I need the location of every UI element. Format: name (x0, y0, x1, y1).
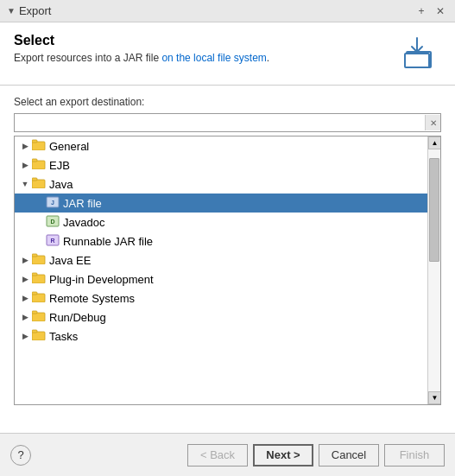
expand-icon[interactable]: ▼ (18, 177, 32, 191)
svg-rect-7 (32, 180, 45, 188)
scrollbar: ▲ ▼ (427, 136, 440, 404)
tree-item-label: Java (49, 178, 73, 191)
footer-buttons: < Back Next > Cancel Finish (187, 444, 445, 466)
bottom-spacer (0, 416, 455, 433)
svg-text:J: J (51, 200, 54, 206)
tree-item-label: Run/Debug (49, 311, 106, 324)
svg-rect-20 (32, 292, 37, 295)
tree-item-tasks[interactable]: ▶ Tasks (15, 327, 427, 346)
folder-icon (32, 139, 46, 153)
tree-item-general[interactable]: ▶ General (15, 136, 427, 155)
tree-list: ▶ General▶ EJB▼ Java J JAR file D Javado… (15, 136, 427, 404)
header-icon (400, 33, 441, 74)
scroll-down-button[interactable]: ▼ (428, 391, 441, 404)
tree-wrapper: ▶ General▶ EJB▼ Java J JAR file D Javado… (14, 136, 441, 405)
expand-icon[interactable]: ▶ (18, 139, 32, 153)
dialog-description: Export resources into a JAR file on the … (14, 52, 269, 64)
dialog-footer: ? < Back Next > Cancel Finish (0, 433, 455, 476)
tree-item-javadoc[interactable]: D Javadoc (15, 213, 427, 232)
folder-icon (32, 310, 46, 324)
folder-icon (32, 291, 46, 305)
export-icon (403, 36, 438, 71)
header-text: Select Export resources into a JAR file … (14, 33, 269, 64)
titlebar-title: Export (19, 4, 52, 17)
back-button[interactable]: < Back (187, 444, 248, 466)
scroll-up-button[interactable]: ▲ (428, 136, 441, 149)
titlebar-plus-button[interactable]: + (414, 3, 429, 19)
svg-rect-22 (32, 311, 37, 314)
titlebar-close-button[interactable]: ✕ (433, 3, 448, 19)
tree-item-ejb[interactable]: ▶ EJB (15, 155, 427, 175)
expand-icon[interactable]: ▶ (18, 158, 32, 172)
search-clear-button[interactable]: ✕ (425, 115, 440, 130)
cancel-button[interactable]: Cancel (319, 444, 379, 466)
tree-item-label: Tasks (49, 330, 78, 343)
scrollbar-track[interactable] (428, 149, 440, 391)
titlebar-controls: + ✕ (414, 3, 448, 19)
tree-item-run-debug[interactable]: ▶ Run/Debug (15, 308, 427, 327)
next-button[interactable]: Next > (253, 444, 313, 466)
expand-icon[interactable]: ▶ (18, 253, 32, 267)
dialog-heading: Select (14, 33, 269, 48)
svg-rect-5 (32, 161, 45, 169)
main-content: Select an export destination: ✕ ▶ Genera… (0, 86, 455, 416)
titlebar-arrow-icon: ▼ (7, 6, 16, 16)
svg-rect-4 (32, 140, 37, 143)
svg-rect-1 (405, 54, 429, 67)
dialog-header: Select Export resources into a JAR file … (0, 22, 455, 86)
expand-icon[interactable]: ▶ (18, 272, 32, 286)
expand-icon[interactable]: ▶ (18, 291, 32, 305)
tree-item-label: Remote Systems (49, 292, 135, 305)
tree-item-label: Java EE (49, 254, 91, 267)
tree-item-runnable-jar[interactable]: R Runnable JAR file (15, 232, 427, 251)
tree-item-remote-systems[interactable]: ▶ Remote Systems (15, 289, 427, 308)
svg-rect-19 (32, 294, 45, 302)
svg-text:D: D (50, 219, 54, 225)
svg-rect-6 (32, 159, 37, 162)
expand-icon[interactable]: ▶ (18, 310, 32, 324)
folder-icon (32, 272, 46, 286)
description-suffix: . (267, 52, 269, 64)
search-box: ✕ (14, 113, 441, 132)
titlebar: ▼ Export + ✕ (0, 0, 455, 22)
tree-item-label: Plug-in Development (49, 273, 154, 286)
footer-left: ? (10, 445, 31, 466)
folder-icon (32, 253, 46, 267)
tree-item-plugin-dev[interactable]: ▶ Plug-in Development (15, 270, 427, 289)
tree-item-label: Javadoc (63, 216, 104, 229)
svg-rect-21 (32, 313, 45, 321)
help-button[interactable]: ? (10, 445, 31, 466)
folder-icon (32, 177, 46, 191)
svg-rect-18 (32, 273, 37, 276)
svg-rect-24 (32, 330, 37, 333)
runnable-jar-icon: R (46, 234, 60, 249)
svg-text:R: R (50, 238, 54, 244)
description-prefix: Export resources into a JAR file (14, 52, 161, 64)
tree-item-label: EJB (49, 159, 70, 172)
expand-icon[interactable]: ▶ (18, 329, 32, 343)
destination-label: Select an export destination: (14, 96, 441, 108)
titlebar-left: ▼ Export (7, 4, 51, 17)
svg-rect-17 (32, 275, 45, 283)
svg-rect-15 (32, 256, 45, 264)
svg-rect-23 (32, 332, 45, 340)
scrollbar-thumb[interactable] (429, 158, 439, 262)
jar-icon: J (46, 196, 60, 211)
tree-item-label: Runnable JAR file (63, 235, 153, 248)
finish-button[interactable]: Finish (384, 444, 445, 466)
folder-icon (32, 329, 46, 343)
tree-item-label: General (49, 140, 89, 153)
svg-rect-3 (32, 142, 45, 150)
javadoc-icon: D (46, 215, 60, 230)
svg-rect-8 (32, 178, 37, 181)
tree-item-label: JAR file (63, 197, 102, 210)
description-link: on the local file system (161, 52, 266, 64)
search-input[interactable] (15, 115, 425, 131)
tree-item-java[interactable]: ▼ Java (15, 175, 427, 194)
folder-icon (32, 158, 46, 172)
tree-item-jar-file[interactable]: J JAR file (15, 194, 427, 213)
svg-rect-16 (32, 254, 37, 257)
tree-item-java-ee[interactable]: ▶ Java EE (15, 251, 427, 270)
